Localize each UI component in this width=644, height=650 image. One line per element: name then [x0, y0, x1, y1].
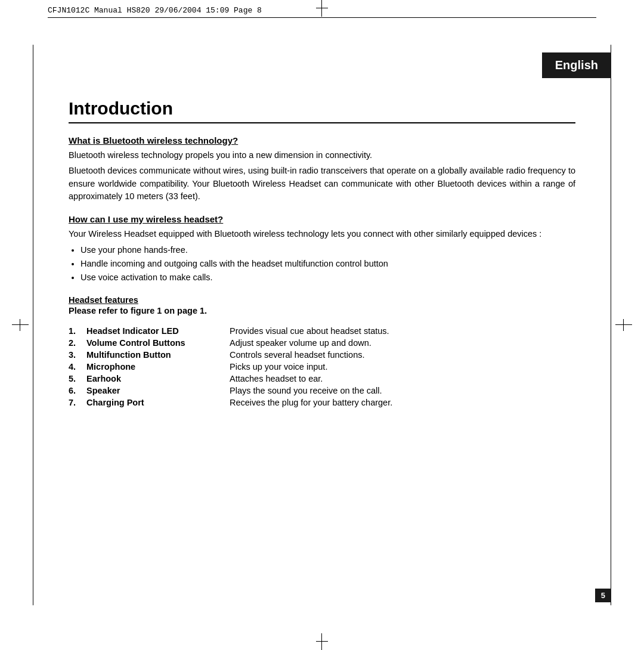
table-row: 3. Multifunction Button Controls several…: [69, 349, 575, 361]
feature-label-6: Speaker: [86, 385, 230, 397]
table-row: 6. Speaker Plays the sound you receive o…: [69, 385, 575, 397]
table-row: 7. Charging Port Receives the plug for y…: [69, 397, 575, 408]
page-number: 5: [595, 589, 611, 602]
english-label: English: [542, 52, 611, 78]
table-row: 2. Volume Control Buttons Adjust speaker…: [69, 337, 575, 349]
feature-label-3: Multifunction Button: [86, 349, 230, 361]
headset-features-section: Headset features Please refer to figure …: [69, 295, 575, 408]
feature-num-4: 4.: [69, 361, 86, 373]
features-table: 1. Headset Indicator LED Provides visual…: [69, 325, 575, 408]
feature-desc-2: Adjust speaker volume up and down.: [230, 337, 575, 349]
feature-label-1: Headset Indicator LED: [86, 325, 230, 337]
headset-features-title: Headset features: [69, 295, 575, 305]
howto-section: How can I use my wireless headset? Your …: [69, 214, 575, 284]
bullet-1: Use your phone hands-free.: [80, 243, 575, 257]
table-row: 4. Microphone Picks up your voice input.: [69, 361, 575, 373]
table-row: 5. Earhook Attaches headset to ear.: [69, 373, 575, 385]
feature-desc-4: Picks up your voice input.: [230, 361, 575, 373]
howto-intro: Your Wireless Headset equipped with Blue…: [69, 228, 575, 241]
feature-desc-6: Plays the sound you receive on the call.: [230, 385, 575, 397]
feature-num-7: 7.: [69, 397, 86, 408]
headset-features-subtitle: Please refer to figure 1 on page 1.: [69, 306, 575, 315]
feature-num-5: 5.: [69, 373, 86, 385]
feature-label-7: Charging Port: [86, 397, 230, 408]
bluetooth-para-2: Bluetooth devices communicate without wi…: [69, 165, 575, 203]
bluetooth-para-1: Bluetooth wireless technology propels yo…: [69, 149, 575, 162]
feature-desc-3: Controls several headset functions.: [230, 349, 575, 361]
feature-label-5: Earhook: [86, 373, 230, 385]
feature-label-4: Microphone: [86, 361, 230, 373]
bluetooth-section: What is Bluetooth wireless technology? B…: [69, 135, 575, 203]
intro-divider: [69, 122, 575, 123]
howto-title: How can I use my wireless headset?: [69, 214, 575, 224]
feature-num-1: 1.: [69, 325, 86, 337]
table-row: 1. Headset Indicator LED Provides visual…: [69, 325, 575, 337]
page-header: CFJN1012C Manual HS820 29/06/2004 15:09 …: [48, 6, 596, 18]
feature-label-2: Volume Control Buttons: [86, 337, 230, 349]
feature-desc-7: Receives the plug for your battery charg…: [230, 397, 575, 408]
border-left: [33, 45, 33, 605]
feature-num-6: 6.: [69, 385, 86, 397]
feature-num-2: 2.: [69, 337, 86, 349]
feature-desc-5: Attaches headset to ear.: [230, 373, 575, 385]
intro-heading: Introduction: [69, 98, 575, 119]
feature-num-3: 3.: [69, 349, 86, 361]
feature-desc-1: Provides visual cue about headset status…: [230, 325, 575, 337]
border-right: [611, 45, 611, 605]
main-content: Introduction What is Bluetooth wireless …: [69, 98, 575, 590]
howto-bullets: Use your phone hands-free. Handle incomi…: [80, 243, 575, 285]
bullet-2: Handle incoming and outgoing calls with …: [80, 257, 575, 271]
bluetooth-title: What is Bluetooth wireless technology?: [69, 135, 575, 146]
bullet-3: Use voice activation to make calls.: [80, 271, 575, 284]
